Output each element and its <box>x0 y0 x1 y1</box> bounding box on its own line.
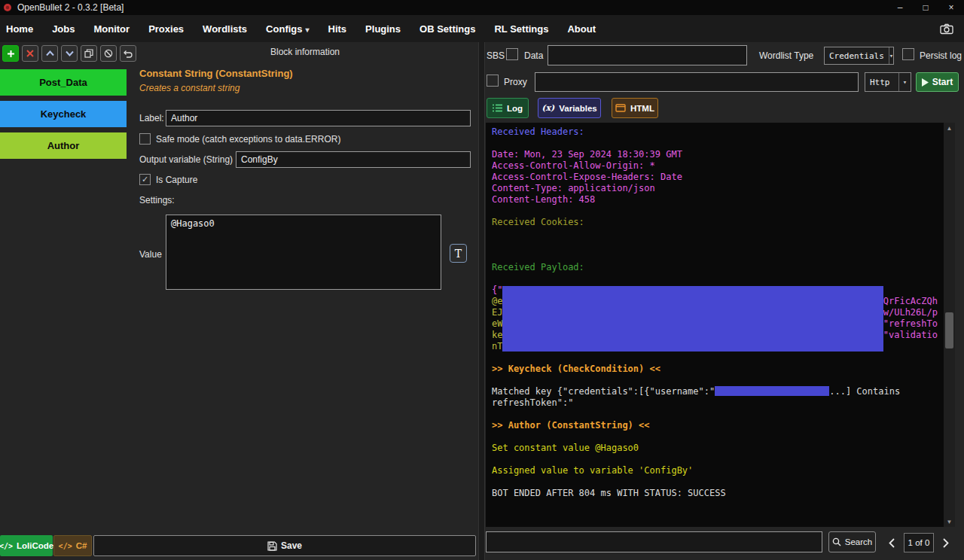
menu-item-configs[interactable]: Configs▾ <box>266 23 309 35</box>
redacted-region <box>502 286 883 352</box>
menu-item-monitor[interactable]: Monitor <box>93 23 130 35</box>
scroll-up-icon[interactable]: ▲ <box>944 123 955 133</box>
search-button-label: Search <box>845 537 872 546</box>
log-line <box>492 228 938 239</box>
log-line: Set constant value @Hagaso0 <box>492 443 938 454</box>
menu-item-about[interactable]: About <box>567 23 596 35</box>
move-up-icon[interactable] <box>41 45 58 62</box>
output-variable-input[interactable] <box>236 151 471 168</box>
screenshot-camera-icon[interactable] <box>938 21 955 36</box>
menu-item-home[interactable]: Home <box>6 23 33 35</box>
lolicode-label: LoliCode <box>17 541 53 550</box>
menu-bar: HomeJobsMonitorProxiesWordlistsConfigs▾H… <box>0 15 964 42</box>
log-line: Content-Length: 458 <box>492 194 938 205</box>
chevron-right-icon <box>943 538 949 548</box>
browser-window-icon <box>615 104 626 112</box>
start-label: Start <box>932 77 953 87</box>
proxy-input[interactable] <box>535 72 859 92</box>
log-line: Assigned value to variable 'ConfigBy' <box>492 465 938 476</box>
log-line <box>492 352 938 364</box>
close-button[interactable]: × <box>938 0 964 15</box>
log-line: refreshToken":" <box>492 397 938 409</box>
variables-icon: (x) <box>541 103 554 113</box>
persist-log-checkbox[interactable] <box>902 48 914 60</box>
debugger-panel: SBS Data Wordlist Type Credentials ▾ Per… <box>485 42 964 560</box>
log-line <box>492 205 938 217</box>
scrollbar-thumb[interactable] <box>945 312 953 348</box>
menu-item-plugins[interactable]: Plugins <box>365 23 401 35</box>
window-title: OpenBullet 2 - 0.3.2 [Beta] <box>17 2 124 13</box>
undo-icon[interactable] <box>120 45 136 62</box>
label-input[interactable] <box>166 110 471 126</box>
chevron-down-icon: ▾ <box>898 73 911 91</box>
block-list: Post_DataKeycheckAuthor <box>0 69 127 164</box>
menu-item-proxies[interactable]: Proxies <box>148 23 184 35</box>
log-line: Received Cookies: <box>492 217 938 228</box>
html-tab-button[interactable]: HTML <box>612 98 658 118</box>
menu-item-ob-settings[interactable]: OB Settings <box>419 23 475 35</box>
block-type-description: Creates a constant string <box>139 83 239 93</box>
menu-item-hits[interactable]: Hits <box>328 23 347 35</box>
log-search-input[interactable] <box>486 531 822 552</box>
log-line <box>492 273 938 285</box>
text-mode-button[interactable]: T <box>450 244 467 263</box>
log-line: Access-Control-Expose-Headers: Date <box>492 172 938 183</box>
scroll-down-icon[interactable]: ▼ <box>944 516 955 527</box>
log-content: Received Headers: Date: Mon, 23 Sep 2024… <box>486 123 944 503</box>
log-tab-button[interactable]: Log <box>487 98 529 118</box>
value-textarea[interactable]: @Hagaso0 <box>166 215 441 290</box>
search-button[interactable]: Search <box>828 531 876 552</box>
lolicode-button[interactable]: </> LoliCode <box>0 535 53 556</box>
log-line: Access-Control-Allow-Origin: * <box>492 160 938 172</box>
log-line: Content-Type: application/json <box>492 183 938 194</box>
data-label: Data <box>524 50 543 61</box>
stacker-toolbar <box>2 45 139 62</box>
minimize-button[interactable]: – <box>887 0 913 15</box>
value-caption: Value <box>139 249 162 260</box>
log-scrollbar[interactable]: ▲ ▼ <box>944 123 955 527</box>
floppy-icon <box>267 541 277 551</box>
block-item-post_data[interactable]: Post_Data <box>0 69 127 96</box>
is-capture-checkbox[interactable]: ✓ <box>139 174 151 185</box>
menu-item-wordlists[interactable]: Wordlists <box>203 23 247 35</box>
start-button[interactable]: Start <box>916 72 959 92</box>
persist-log-label: Persist log <box>920 50 962 61</box>
sbs-checkbox[interactable] <box>506 48 518 60</box>
safe-mode-checkbox[interactable] <box>139 133 151 145</box>
label-caption: Label: <box>139 113 164 123</box>
log-line <box>492 454 938 465</box>
log-tab-label: Log <box>507 104 523 113</box>
is-capture-label: Is Capture <box>156 175 197 185</box>
add-block-button[interactable] <box>2 45 19 62</box>
html-tab-label: HTML <box>630 104 654 113</box>
next-match-button[interactable] <box>937 533 955 552</box>
variables-tab-button[interactable]: (x) Variables <box>538 98 601 118</box>
variables-tab-label: Variables <box>559 104 597 113</box>
move-down-icon[interactable] <box>61 45 78 62</box>
proxy-checkbox[interactable] <box>487 75 499 87</box>
log-line: >> Author (ConstantString) << <box>492 420 938 431</box>
block-item-author[interactable]: Author <box>0 132 127 159</box>
disable-block-icon[interactable] <box>100 45 117 62</box>
clone-block-icon[interactable] <box>81 45 97 62</box>
delete-block-button[interactable] <box>22 45 38 62</box>
chevron-down-icon: ▾ <box>306 26 310 34</box>
log-line <box>492 138 938 149</box>
titlebar: OpenBullet 2 - 0.3.2 [Beta] – □ × <box>0 0 964 15</box>
log-line <box>492 239 938 251</box>
menu-item-rl-settings[interactable]: RL Settings <box>494 23 548 35</box>
data-input[interactable] <box>548 45 747 65</box>
panel-splitter[interactable] <box>478 42 485 560</box>
previous-match-button[interactable] <box>883 533 901 552</box>
proxy-type-dropdown[interactable]: Http ▾ <box>865 72 911 92</box>
block-item-keycheck[interactable]: Keycheck <box>0 101 127 127</box>
proxy-label: Proxy <box>504 77 527 87</box>
menu-item-jobs[interactable]: Jobs <box>52 23 75 35</box>
sbs-label: SBS <box>487 50 505 61</box>
log-line: Received Headers: <box>492 126 938 138</box>
save-button[interactable]: Save <box>93 535 476 556</box>
csharp-button[interactable]: </> C# <box>53 535 92 556</box>
wordlist-type-dropdown[interactable]: Credentials ▾ <box>824 47 894 65</box>
code-icon: </> <box>0 542 13 550</box>
maximize-button[interactable]: □ <box>913 0 938 15</box>
